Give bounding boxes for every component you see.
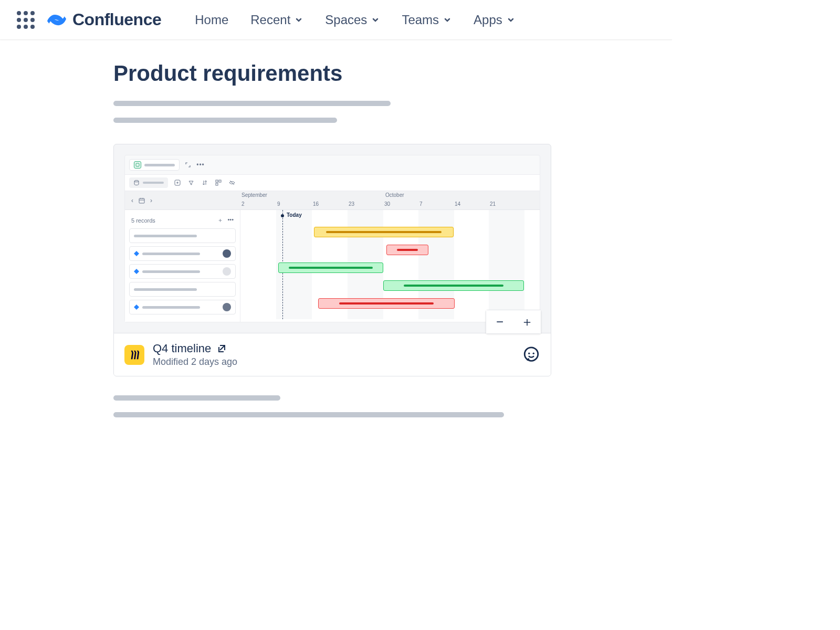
chevron-down-icon bbox=[371, 16, 380, 24]
placeholder-text-line bbox=[113, 101, 391, 106]
month-label: September bbox=[242, 192, 267, 198]
view-chip[interactable] bbox=[129, 177, 168, 188]
open-external-icon[interactable] bbox=[216, 343, 227, 354]
embed-title: Q4 timeline bbox=[153, 342, 211, 355]
jira-icon bbox=[134, 304, 139, 310]
svg-rect-3 bbox=[216, 180, 218, 182]
placeholder bbox=[143, 182, 164, 184]
nav-teams[interactable]: Teams bbox=[402, 13, 452, 27]
nav-spaces-label: Spaces bbox=[325, 13, 367, 27]
today-dot bbox=[281, 214, 284, 217]
gantt-bar[interactable] bbox=[383, 280, 524, 291]
gantt-bar[interactable] bbox=[318, 298, 455, 309]
placeholder bbox=[289, 267, 373, 269]
gantt-bar[interactable] bbox=[386, 245, 428, 255]
svg-point-7 bbox=[524, 347, 538, 361]
more-icon[interactable]: ••• bbox=[196, 161, 205, 169]
embed-meta: Q4 timeline Modified 2 days ago bbox=[153, 342, 237, 368]
svg-point-8 bbox=[528, 352, 530, 354]
svg-rect-4 bbox=[219, 180, 221, 182]
expand-icon[interactable] bbox=[184, 161, 192, 169]
day-label: 23 bbox=[349, 201, 354, 207]
nav-apps-label: Apps bbox=[474, 13, 502, 27]
nav-apps[interactable]: Apps bbox=[474, 13, 515, 27]
post-placeholder-block bbox=[113, 395, 504, 429]
placeholder bbox=[339, 302, 434, 304]
chevron-down-icon bbox=[443, 16, 452, 24]
board-title-pill[interactable] bbox=[129, 159, 180, 171]
page-content: Product requirements ••• bbox=[113, 40, 551, 429]
avatar bbox=[223, 249, 231, 258]
gantt-bar[interactable] bbox=[278, 262, 383, 273]
embed-subtitle: Modified 2 days ago bbox=[153, 356, 237, 368]
sheet-icon bbox=[134, 161, 141, 169]
timeline-header: SeptemberOctober 2916233071421 bbox=[240, 191, 540, 209]
embed-card: ••• ‹ › bbox=[113, 144, 551, 376]
svg-rect-6 bbox=[139, 198, 144, 203]
miro-icon bbox=[124, 345, 144, 365]
placeholder-text-line bbox=[113, 412, 504, 417]
record-row[interactable] bbox=[129, 300, 236, 314]
avatar bbox=[223, 303, 231, 311]
add-record-icon[interactable]: ＋ bbox=[217, 216, 223, 224]
day-label: 2 bbox=[242, 201, 245, 207]
gantt-area[interactable]: Today bbox=[240, 210, 540, 319]
brand[interactable]: Confluence bbox=[47, 10, 161, 29]
app-switcher-icon[interactable] bbox=[17, 11, 35, 29]
zoom-in-button[interactable]: ＋ bbox=[513, 310, 541, 333]
confluence-logo-icon bbox=[47, 10, 66, 29]
records-count: 5 records bbox=[131, 217, 155, 224]
nav-recent[interactable]: Recent bbox=[250, 13, 303, 27]
gantt-board: ••• ‹ › bbox=[124, 155, 540, 322]
svg-rect-0 bbox=[136, 163, 139, 166]
zoom-out-button[interactable]: − bbox=[486, 310, 513, 333]
filter-icon[interactable] bbox=[187, 178, 195, 187]
svg-rect-5 bbox=[216, 183, 218, 185]
hide-icon[interactable] bbox=[228, 178, 236, 187]
board-header: ‹ › SeptemberOctober 2916233071421 bbox=[125, 191, 540, 210]
prev-icon[interactable]: ‹ bbox=[131, 197, 133, 204]
record-row[interactable] bbox=[129, 282, 236, 297]
svg-point-9 bbox=[533, 352, 534, 354]
records-column: 5 records ＋ ••• bbox=[125, 210, 240, 322]
record-row[interactable] bbox=[129, 246, 236, 261]
placeholder-text-line bbox=[113, 118, 337, 123]
month-label: October bbox=[385, 192, 404, 198]
next-icon[interactable]: › bbox=[150, 197, 152, 204]
nav-home[interactable]: Home bbox=[195, 13, 228, 27]
placeholder bbox=[397, 249, 418, 251]
record-row[interactable] bbox=[129, 228, 236, 243]
week-band bbox=[489, 210, 524, 319]
timeline-nav: ‹ › bbox=[125, 191, 240, 209]
record-row[interactable] bbox=[129, 264, 236, 279]
board-top-row: ••• bbox=[125, 155, 540, 174]
day-label: 30 bbox=[384, 201, 390, 207]
avatar bbox=[223, 267, 231, 276]
svg-point-1 bbox=[134, 181, 139, 182]
calendar-icon[interactable] bbox=[139, 197, 145, 204]
day-label: 7 bbox=[419, 201, 423, 207]
group-icon[interactable] bbox=[214, 178, 223, 187]
placeholder-text-line bbox=[113, 395, 280, 401]
nav-spaces[interactable]: Spaces bbox=[325, 13, 380, 27]
nav-items: Home Recent Spaces Teams Apps bbox=[195, 13, 515, 27]
records-more-icon[interactable]: ••• bbox=[227, 216, 234, 224]
gantt-bar[interactable] bbox=[314, 227, 454, 237]
top-nav: Confluence Home Recent Spaces Teams Apps bbox=[0, 0, 672, 40]
comment-icon[interactable] bbox=[522, 346, 540, 364]
brand-name: Confluence bbox=[72, 10, 161, 29]
add-view-icon[interactable] bbox=[173, 178, 182, 187]
sort-icon[interactable] bbox=[201, 178, 209, 187]
embed-footer: Q4 timeline Modified 2 days ago bbox=[114, 333, 551, 376]
nav-recent-label: Recent bbox=[250, 13, 290, 27]
jira-icon bbox=[134, 269, 139, 274]
day-label: 14 bbox=[455, 201, 460, 207]
chevron-down-icon bbox=[507, 16, 515, 24]
database-icon bbox=[133, 180, 140, 186]
day-label: 21 bbox=[490, 201, 496, 207]
today-label: Today bbox=[287, 212, 302, 218]
nav-home-label: Home bbox=[195, 13, 228, 27]
placeholder bbox=[326, 231, 442, 233]
chevron-down-icon bbox=[295, 16, 303, 24]
board-controls bbox=[125, 174, 540, 191]
